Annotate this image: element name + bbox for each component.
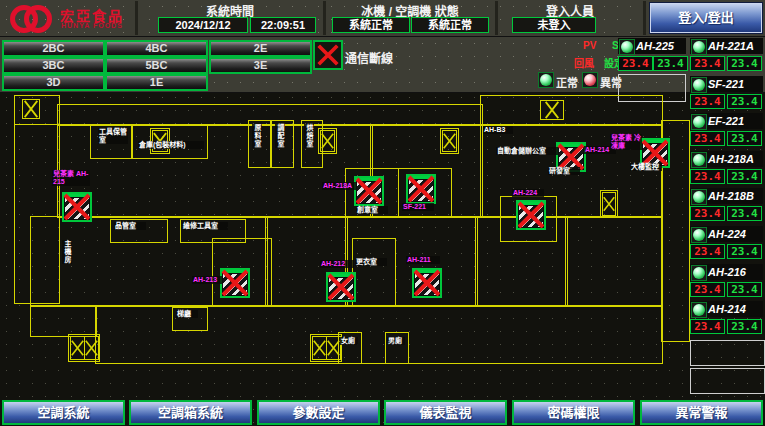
unit-name: AH-216: [708, 266, 746, 278]
room-label: 工具保管室: [98, 128, 128, 144]
equipment-unit-offline[interactable]: [326, 272, 356, 302]
red-x-icon: [315, 42, 341, 68]
red-x-icon: [353, 175, 385, 207]
unit-name: AH-224: [708, 228, 746, 240]
stairs-icon: [70, 336, 85, 360]
green-led: [693, 116, 705, 128]
equipment-unit-offline[interactable]: [516, 200, 546, 230]
unit-name: AH-225: [636, 40, 674, 52]
room-label: 梯廳: [176, 310, 198, 318]
system-date-value: 2024/12/12: [158, 17, 248, 33]
stairs-x-icon: [71, 337, 84, 359]
unit-pv-value: 23.4: [690, 131, 725, 146]
status-led: [691, 114, 707, 130]
sidebar-unit-AH-224[interactable]: AH-224: [690, 226, 763, 242]
room-label: 大樓監控: [630, 163, 662, 171]
wall-segment: [565, 216, 568, 307]
unit-pv-value: 23.4: [690, 56, 725, 71]
stairs-x-icon: [603, 193, 615, 215]
stairs-icon: [312, 336, 327, 360]
stairs-icon: [320, 130, 335, 152]
chiller-status-value: 系統正常: [332, 17, 410, 33]
sidebar-unit-AH-216[interactable]: AH-216: [690, 264, 763, 280]
nav-password-auth-button[interactable]: 密碼權限: [512, 400, 635, 425]
hunya-logo-icon: [8, 3, 56, 33]
return-air-label: 回風: [574, 55, 594, 70]
unit-pv-value: 23.4: [690, 206, 725, 221]
sidebar-unit-AH-214[interactable]: AH-214: [690, 301, 763, 317]
green-led: [540, 74, 552, 86]
sidebar-unit-AH-218A[interactable]: AH-218A: [690, 151, 763, 167]
unit-name: AH-218B: [708, 190, 754, 202]
unit-name: AH-214: [708, 303, 746, 315]
floor-button-3e[interactable]: 3E: [209, 57, 312, 74]
ah225-cell[interactable]: AH-225: [618, 38, 686, 54]
nav-ahu-system-button[interactable]: 空調箱系統: [129, 400, 252, 425]
nav-parameter-set-button[interactable]: 參數設定: [257, 400, 380, 425]
equipment-label: AH-218A: [322, 182, 356, 190]
status-led: [691, 189, 707, 205]
stairs-icon: [602, 192, 616, 216]
status-led: [691, 227, 707, 243]
pv-label: PV: [583, 40, 596, 51]
equipment-unit-offline[interactable]: [354, 176, 384, 206]
green-led: [693, 154, 705, 166]
stairs-x-icon: [23, 100, 39, 118]
stairs-icon: [84, 336, 99, 360]
green-led: [693, 304, 705, 316]
unit-name: AH-218A: [708, 153, 754, 165]
ac-status-value: 系統正常: [411, 17, 489, 33]
unit-sv-value: 23.4: [727, 319, 762, 334]
nav-ac-system-button[interactable]: 空調系統: [2, 400, 125, 425]
red-x-icon: [61, 191, 93, 223]
sidebar-unit-AH-221A[interactable]: AH-221A: [690, 38, 763, 54]
room-label: 調配室: [275, 124, 285, 148]
room-label: 研發室: [548, 167, 580, 175]
empty-cell: [690, 340, 765, 366]
sidebar-unit-SF-221[interactable]: SF-221: [690, 76, 763, 92]
status-led: [691, 39, 707, 55]
unit-sv-value: 23.4: [727, 56, 762, 71]
status-led: [691, 265, 707, 281]
equipment-unit-offline[interactable]: [220, 268, 250, 298]
green-led: [621, 41, 633, 53]
sidebar-unit-AH-218B[interactable]: AH-218B: [690, 188, 763, 204]
divider: [643, 1, 646, 35]
login-logout-button[interactable]: 登入/登出: [650, 3, 762, 33]
equipment-unit-offline[interactable]: [412, 268, 442, 298]
wall-segment: [475, 216, 478, 307]
comm-offline-label: 通信斷線: [345, 49, 393, 66]
nav-meter-monitor-button[interactable]: 儀表監視: [384, 400, 507, 425]
unit-sv-value: 23.4: [727, 282, 762, 297]
room-label: 男廁: [387, 337, 405, 345]
floor-button-1e[interactable]: 1E: [105, 74, 208, 91]
room-label: 自動倉儲辦公室: [496, 147, 558, 155]
equipment-unit-offline[interactable]: [62, 192, 92, 222]
wall-segment: [30, 305, 97, 337]
sidebar-unit-EF-221[interactable]: EF-221: [690, 113, 763, 129]
scada-hmi-screen: 宏亞食品 HUNYA FOODS 系統時間 2024/12/12 22:09:5…: [0, 0, 765, 426]
wall-segment: [352, 238, 396, 307]
floor-button-4bc[interactable]: 4BC: [105, 40, 208, 57]
floor-button-3bc[interactable]: 3BC: [2, 57, 105, 74]
floor-button-3d[interactable]: 3D: [2, 74, 105, 91]
room-label: 品管室: [114, 222, 146, 230]
floor-button-5bc[interactable]: 5BC: [105, 57, 208, 74]
room-label: 創意室: [356, 206, 388, 214]
red-led: [584, 74, 596, 86]
unit-sv-value: 23.4: [727, 244, 762, 259]
wall-segment: [480, 95, 663, 126]
floor-button-2e[interactable]: 2E: [209, 40, 312, 57]
room-label: 更衣室: [355, 258, 387, 266]
unit-sv-value: 23.4: [727, 131, 762, 146]
equipment-unit-offline[interactable]: [406, 174, 436, 204]
header-bar: 宏亞食品 HUNYA FOODS 系統時間 2024/12/12 22:09:5…: [0, 0, 765, 37]
room-label: 主機房: [62, 240, 72, 264]
floor-button-2bc[interactable]: 2BC: [2, 40, 105, 57]
normal-led: [538, 72, 554, 88]
green-led: [693, 41, 705, 53]
system-time-value: 22:09:51: [250, 17, 316, 33]
status-led: [691, 77, 707, 93]
nav-alarm-button[interactable]: 異常警報: [640, 400, 763, 425]
green-led: [693, 79, 705, 91]
